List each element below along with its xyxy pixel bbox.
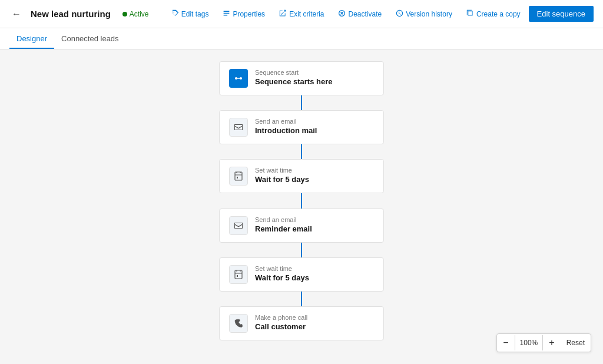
node-sequence-start[interactable]: Sequence start Sequence starts here [219,61,384,95]
version-history-button[interactable]: Version history [390,6,458,22]
node-title-wait-1: Wait for 5 days [255,175,309,184]
deactivate-icon [338,9,346,19]
create-copy-button[interactable]: Create a copy [460,6,526,22]
node-icon-wait-1 [229,167,248,186]
connector-1 [301,95,302,110]
properties-button[interactable]: Properties [217,6,271,22]
node-label-start: Sequence start [255,69,333,76]
exit-criteria-button[interactable]: Exit criteria [273,6,330,22]
connector-3 [301,193,302,208]
node-wait-time-1[interactable]: Set wait time Wait for 5 days [219,159,384,193]
version-history-label: Version history [406,10,452,18]
connector-4 [301,243,302,257]
zoom-in-button[interactable]: + [543,334,560,352]
node-label-phone: Make a phone call [255,314,307,321]
node-title-start: Sequence starts here [255,77,333,86]
node-send-email-2[interactable]: Send an email Reminder email [219,209,384,243]
connector-2 [301,144,302,159]
svg-rect-4 [235,270,242,279]
node-title-email-2: Reminder email [255,224,312,233]
app-header: ← New lead nurturing Active Edit tags Pr… [0,0,603,28]
zoom-level: 100% [515,335,544,350]
copy-icon [466,9,474,19]
properties-icon [223,9,230,19]
svg-point-2 [240,77,242,80]
svg-point-1 [235,77,237,80]
node-label-email-1: Send an email [255,118,317,125]
header-actions: Edit tags Properties Exit criteria Deact… [165,6,594,22]
node-label-email-2: Send an email [255,216,312,223]
node-label-wait-2: Set wait time [255,265,309,272]
node-content-email-1: Send an email Introduction mail [255,118,317,135]
zoom-out-button[interactable]: − [497,334,514,352]
node-phone-call[interactable]: Make a phone call Call customer [219,306,384,340]
tag-icon [171,9,179,19]
node-content-wait-2: Set wait time Wait for 5 days [255,265,309,282]
status-badge: Active [122,10,149,18]
edit-tags-button[interactable]: Edit tags [165,6,215,22]
back-button[interactable]: ← [9,6,24,22]
node-label-wait-1: Set wait time [255,167,309,174]
create-copy-label: Create a copy [476,10,521,18]
exit-icon [279,9,287,19]
node-icon-email-1 [229,118,248,137]
edit-sequence-button[interactable]: Edit sequence [529,6,594,22]
node-icon-start [229,69,248,88]
node-icon-email-2 [229,216,248,235]
node-title-phone: Call customer [255,322,307,331]
node-title-wait-2: Wait for 5 days [255,273,309,282]
status-dot [122,12,127,16]
properties-label: Properties [233,10,265,18]
exit-criteria-label: Exit criteria [289,10,324,18]
tab-connected-leads[interactable]: Connected leads [54,29,126,49]
deactivate-label: Deactivate [348,10,382,18]
tabs-bar: Designer Connected leads [0,28,603,49]
node-wait-time-2[interactable]: Set wait time Wait for 5 days [219,257,384,292]
sequence-canvas: Sequence start Sequence starts here Send… [0,49,603,364]
zoom-reset-button[interactable]: Reset [561,335,591,350]
node-icon-phone [229,314,248,333]
node-content-email-2: Send an email Reminder email [255,216,312,233]
status-label: Active [130,10,149,18]
tab-designer[interactable]: Designer [9,29,54,49]
history-icon [396,9,403,19]
edit-tags-label: Edit tags [181,10,209,18]
node-icon-wait-2 [229,265,248,284]
node-send-email-1[interactable]: Send an email Introduction mail [219,110,384,144]
connector-5 [301,292,302,306]
deactivate-button[interactable]: Deactivate [332,6,387,22]
page-title: New lead nurturing [31,9,111,19]
node-content-start: Sequence start Sequence starts here [255,69,333,86]
node-content-wait-1: Set wait time Wait for 5 days [255,167,309,184]
node-content-phone: Make a phone call Call customer [255,314,307,331]
svg-rect-3 [235,172,242,180]
node-title-email-1: Introduction mail [255,126,317,135]
zoom-controls: − 100% + Reset [496,333,591,352]
